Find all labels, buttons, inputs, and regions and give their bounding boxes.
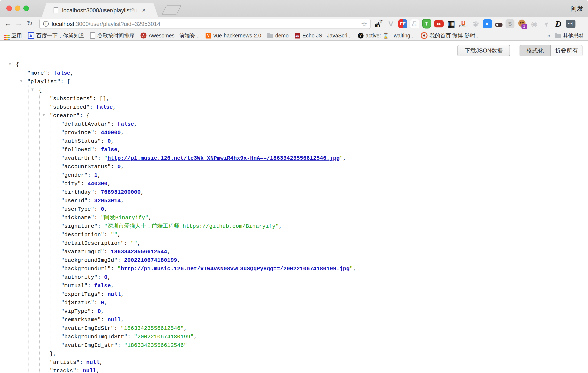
s-icon[interactable]: S <box>505 19 514 28</box>
json-token-pun: : <box>101 291 107 298</box>
d-icon[interactable]: D <box>554 19 563 29</box>
back-button[interactable]: ← <box>3 17 13 31</box>
json-token-pun: , <box>104 300 108 306</box>
json-token-num: 2002210674180199 <box>124 257 177 264</box>
panel-dots-icon-glyph: •••| <box>568 22 573 26</box>
collapse-arrow-icon[interactable]: ▼ <box>20 77 22 85</box>
collapse-arrow-icon[interactable]: ▼ <box>9 60 11 68</box>
json-line: ▼{ <box>39 86 42 95</box>
sitemap-icon-glyph: 品 <box>412 20 418 28</box>
bird-icon[interactable]: ➤ <box>542 19 551 29</box>
maximize-window-icon[interactable] <box>23 6 29 11</box>
url-text[interactable]: localhost:3000/user/playlist?uid=3295301… <box>52 21 160 27</box>
info-icon[interactable]: i <box>43 21 49 27</box>
bird-icon-glyph: ➤ <box>542 19 551 29</box>
json-line: "tracks": null, <box>50 367 99 373</box>
bookmarks-overflow-chevron[interactable]: » <box>547 32 550 39</box>
json-line: "subscribers": [], <box>50 95 109 103</box>
bookmark-star-icon[interactable]: ☆ <box>361 20 367 28</box>
json-url-link[interactable]: http://p1.music.126.net/VTW4vsN08vwL3uSQ… <box>121 266 350 272</box>
weibo-gray-icon-glyph: ◉ <box>531 20 537 28</box>
json-token-key: "userType" <box>61 206 94 213</box>
json-token-pun: : <box>88 172 94 178</box>
bookmark-item[interactable]: AAwesomes - 前端资... <box>140 32 200 39</box>
json-token-pun: , <box>279 223 282 229</box>
bookmark-item[interactable]: ∨active: ⌛ - waiting... <box>358 32 415 39</box>
panel-dots-icon[interactable]: •••| <box>566 20 576 28</box>
bookmark-label: 我的首页 微博-随时... <box>430 32 480 39</box>
bookmark-item[interactable]: demo <box>267 32 289 39</box>
collapse-arrow-icon[interactable]: ▼ <box>42 111 45 119</box>
page-icon <box>90 32 95 39</box>
json-token-pun: : <box>94 206 101 213</box>
json-token-str: "" <box>111 232 117 238</box>
translate-icon[interactable]: en <box>374 19 383 29</box>
json-token-num: 32953014 <box>94 198 121 204</box>
json-token-pun: : <box>104 232 111 238</box>
json-token-kw: false <box>96 104 113 110</box>
json-line: "userType": 0, <box>61 205 107 213</box>
json-token-str: " <box>117 266 121 272</box>
collapse-arrow-icon[interactable]: ▼ <box>31 85 34 94</box>
json-token-pun: : <box>127 334 134 340</box>
fehelper-icon[interactable]: FE <box>398 19 407 28</box>
json-token-pun: , <box>177 257 180 264</box>
json-token-key: "expertTags" <box>61 291 101 298</box>
weibo-gray-icon[interactable]: ◉ <box>530 19 539 29</box>
download-helper-icon[interactable]: » <box>483 19 492 28</box>
json-token-pun: : <box>114 325 121 331</box>
qrcode-icon[interactable]: ▦ <box>447 19 456 29</box>
mask-icon[interactable] <box>495 19 503 28</box>
profile-name[interactable]: 阿发 <box>571 4 583 13</box>
bookmarks-bar: 应用百度一下，你就知道谷歌按时间排序AAwesomes - 前端资...Vvue… <box>0 31 588 41</box>
minimize-window-icon[interactable] <box>15 6 21 11</box>
new-tab-button[interactable] <box>162 5 181 15</box>
monkey-icon[interactable]: 1 <box>517 19 526 29</box>
json-token-pun: : <box>88 198 94 204</box>
tab-close-icon[interactable]: × <box>142 6 146 14</box>
bookmark-item[interactable]: 百度一下，你就知道 <box>28 32 84 39</box>
json-token-key: "creator" <box>50 113 80 119</box>
vue-devtools-icon[interactable]: V <box>386 19 395 29</box>
json-token-pun: : <box>111 121 117 127</box>
sitemap-icon[interactable]: 品 <box>410 19 419 28</box>
json-line: "province": 440000, <box>61 128 124 137</box>
html5-player-icon[interactable]: 5PLAYER <box>459 19 468 29</box>
forward-button: → <box>14 17 23 31</box>
vue-devtools-icon-glyph: V <box>388 20 393 28</box>
json-line: "gender": 1, <box>61 171 101 180</box>
json-token-key: "artists" <box>50 359 80 366</box>
paw-icon[interactable] <box>471 19 480 29</box>
tampermonkey-icon[interactable]: T <box>422 19 431 29</box>
json-line: "city": 440300, <box>61 180 111 188</box>
apps-grid-icon <box>4 35 6 36</box>
json-line: ▼"creator": { <box>50 111 90 120</box>
json-token-key: "province" <box>61 129 94 136</box>
video-speed-icon[interactable]: ▶▶ <box>434 20 444 27</box>
page-content: 下载JSON数据 格式化 折叠所有 ▼{"more": false,▼"play… <box>0 41 588 373</box>
json-url-link[interactable]: http://p1.music.126.net/tc3Wk_XNPmwiR4hx… <box>107 155 339 161</box>
json-token-key: "userId" <box>61 198 88 204</box>
bookmark-item[interactable]: 我的首页 微博-随时... <box>421 32 480 39</box>
folder-icon <box>267 34 273 38</box>
other-bookmarks[interactable]: 其他书签 <box>555 32 584 39</box>
json-token-pun: { <box>86 113 90 119</box>
url-bar[interactable]: i localhost:3000/user/playlist?uid=32953… <box>39 19 370 29</box>
json-token-num: 0 <box>104 274 108 280</box>
page-favicon-icon <box>53 7 58 13</box>
download-helper-icon-glyph: » <box>485 22 490 26</box>
json-token-str: "18633423556612546" <box>121 325 184 331</box>
tree-guide-line <box>28 85 29 373</box>
json-line: "expertTags": null, <box>61 290 124 298</box>
bookmark-item[interactable]: Vvue-hackernews-2.0 <box>206 32 261 39</box>
reload-button[interactable]: ↻ <box>25 17 34 31</box>
json-token-pun: , <box>148 214 152 221</box>
bookmark-item[interactable]: 应用 <box>4 32 22 39</box>
close-window-icon[interactable] <box>6 6 12 11</box>
bookmark-item[interactable]: 谷歌按时间排序 <box>90 32 135 39</box>
bookmark-item[interactable]: JSEcho JS - JavaScri... <box>295 32 352 39</box>
json-token-pun: : <box>98 223 104 229</box>
browser-tab[interactable]: localhost:3000/user/playlist?u × <box>42 3 158 17</box>
json-token-str: "18633423556612546" <box>124 342 187 349</box>
bookmark-label: demo <box>275 32 289 39</box>
